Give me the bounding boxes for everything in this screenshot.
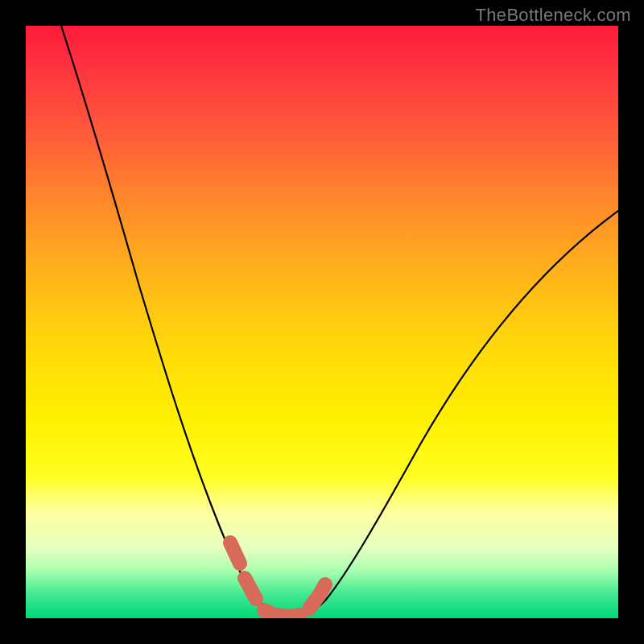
watermark-text: TheBottleneck.com (476, 5, 631, 26)
optimal-range-marker (230, 543, 325, 617)
chart-frame: TheBottleneck.com (0, 0, 644, 644)
bottleneck-curve (61, 26, 618, 617)
plot-area (26, 26, 618, 618)
chart-svg (26, 26, 618, 618)
